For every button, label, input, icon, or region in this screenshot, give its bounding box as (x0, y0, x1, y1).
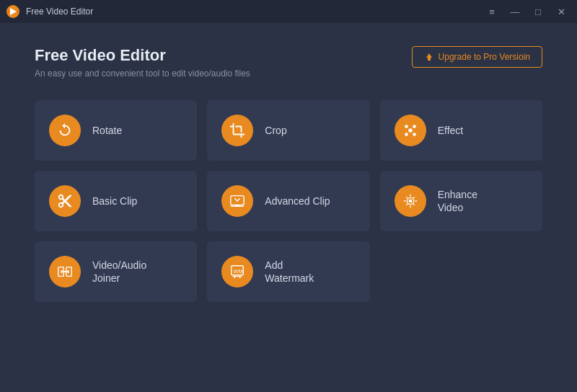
advanced-clip-icon-bg (221, 185, 253, 217)
rotate-card[interactable]: Rotate (35, 100, 197, 161)
svg-point-6 (413, 133, 416, 136)
basic-clip-card[interactable]: Basic Clip (35, 171, 197, 231)
enhance-video-label: Enhance Video (438, 188, 477, 214)
maximize-button[interactable]: □ (528, 4, 548, 19)
advanced-clip-card[interactable]: Advanced Clip (207, 171, 369, 231)
effect-card[interactable]: Effect (380, 100, 542, 161)
watermark-icon-bg: WM (221, 256, 253, 288)
advanced-clip-label: Advanced Clip (265, 195, 330, 208)
header-text: Free Video Editor An easy use and conven… (35, 46, 250, 79)
crop-label: Crop (265, 124, 286, 137)
close-button[interactable]: ✕ (551, 4, 571, 19)
app-subtitle: An easy use and convenient tool to edit … (35, 68, 250, 79)
app-logo-icon (6, 4, 20, 19)
joiner-icon (57, 264, 73, 280)
app-header: Free Video Editor An easy use and conven… (35, 46, 542, 79)
crop-icon (229, 122, 245, 138)
basic-clip-icon-bg (49, 185, 81, 217)
enhance-video-card[interactable]: Enhance Video (380, 171, 542, 231)
title-bar-title: Free Video Editor (26, 6, 93, 17)
video-audio-joiner-card[interactable]: Video/Audio Joiner (35, 241, 197, 302)
svg-marker-1 (426, 53, 432, 61)
advanced-clip-icon (229, 193, 245, 209)
crop-card[interactable]: Crop (207, 100, 369, 161)
video-audio-joiner-label: Video/Audio Joiner (92, 259, 146, 285)
svg-rect-9 (236, 205, 240, 207)
enhance-icon (402, 193, 418, 209)
svg-point-4 (413, 125, 416, 128)
svg-text:WM: WM (234, 268, 243, 275)
title-bar-controls: ≡ — □ ✕ (482, 4, 571, 19)
minimize-button[interactable]: — (505, 4, 525, 19)
upgrade-label: Upgrade to Pro Versioin (439, 52, 530, 62)
title-bar: Free Video Editor ≡ — □ ✕ (0, 0, 577, 23)
basic-clip-label: Basic Clip (92, 195, 137, 208)
rotate-label: Rotate (92, 124, 122, 137)
effect-label: Effect (438, 124, 464, 137)
menu-button[interactable]: ≡ (482, 4, 502, 19)
svg-point-11 (408, 200, 412, 203)
upgrade-button[interactable]: Upgrade to Pro Versioin (412, 46, 542, 68)
feature-grid: Rotate Crop Effect (35, 100, 542, 302)
main-content: Free Video Editor An easy use and conven… (0, 23, 577, 322)
scissors-icon (57, 193, 73, 209)
svg-point-3 (405, 125, 408, 128)
add-watermark-card[interactable]: WM Add Watermark (207, 241, 369, 302)
upgrade-icon (424, 52, 434, 62)
app-title: Free Video Editor (35, 46, 250, 65)
effect-icon-bg (395, 115, 426, 146)
svg-point-5 (405, 133, 408, 136)
rotate-icon (57, 122, 73, 138)
add-watermark-label: Add Watermark (265, 259, 314, 285)
joiner-icon-bg (49, 256, 81, 288)
effect-icon (402, 122, 418, 138)
rotate-icon-bg (49, 115, 81, 146)
title-bar-left: Free Video Editor (6, 4, 93, 19)
svg-point-2 (408, 128, 413, 133)
crop-icon-bg (221, 115, 253, 146)
enhance-video-icon-bg (395, 185, 426, 217)
watermark-icon: WM (229, 264, 245, 280)
